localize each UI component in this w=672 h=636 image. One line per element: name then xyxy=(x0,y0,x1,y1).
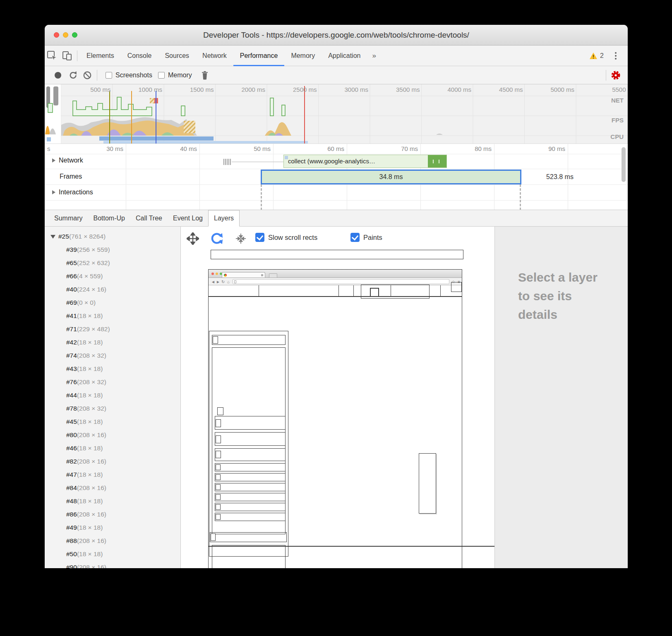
close-window-button[interactable] xyxy=(54,32,59,38)
layer-outline-scroll-thumb[interactable] xyxy=(419,453,436,514)
layer-tree-item[interactable]: #82(208 × 16) xyxy=(45,455,180,468)
inspect-element-button[interactable] xyxy=(45,45,60,66)
layer-tree-item[interactable]: #74(208 × 32) xyxy=(45,349,180,362)
panel-tab[interactable]: Sources xyxy=(158,45,196,66)
more-tabs-chevron[interactable]: » xyxy=(367,45,381,66)
layer-tree-item[interactable]: #39(256 × 559) xyxy=(45,243,180,256)
layer-outline-row[interactable] xyxy=(210,532,287,542)
timeline-overview[interactable]: 500 ms1000 ms1500 ms2000 ms2500 ms3000 m… xyxy=(45,84,628,144)
layer-outline-row[interactable] xyxy=(215,493,286,501)
layer-outline-footer[interactable] xyxy=(212,545,286,568)
layer-outline-row[interactable] xyxy=(215,483,286,491)
layer-tree-item[interactable]: #25(761 × 8264) xyxy=(45,230,180,243)
network-request-bar[interactable]: collect (www.google-analytics… xyxy=(283,155,447,168)
minimize-window-button[interactable] xyxy=(63,32,68,38)
panel-tab[interactable]: Network xyxy=(196,45,233,66)
layer-tree-item[interactable]: #40(224 × 16) xyxy=(45,283,180,296)
layer-outline-row[interactable] xyxy=(215,416,286,430)
layer-outline-strip[interactable] xyxy=(211,250,463,259)
flame-chart[interactable]: s 30 ms40 ms50 ms60 ms70 ms80 ms90 ms Ne… xyxy=(45,144,628,210)
drawer-tab[interactable]: Summary xyxy=(49,210,88,226)
drawer-tab[interactable]: Call Tree xyxy=(130,210,168,226)
resource-type-icon xyxy=(285,156,288,159)
layer-tree-item[interactable]: #76(208 × 32) xyxy=(45,375,180,389)
rotate-mode-button[interactable] xyxy=(210,232,224,246)
layer-tree-item[interactable]: #66(4 × 559) xyxy=(45,270,180,283)
performance-toolbar: Screenshots Memory xyxy=(45,66,628,84)
mini-traffic-lights-icon xyxy=(211,273,222,275)
mini-doc-icon xyxy=(234,280,236,283)
layer-outline-row[interactable] xyxy=(215,473,286,481)
layer-tree-item[interactable]: #48(18 × 18) xyxy=(45,495,180,508)
console-warning-badge[interactable]: 2 xyxy=(589,45,604,66)
panel-tab[interactable]: Memory xyxy=(284,45,322,66)
garbage-collect-button[interactable] xyxy=(198,71,212,80)
frame-start-guide xyxy=(261,184,262,210)
reload-and-profile-button[interactable] xyxy=(66,71,80,80)
zoom-window-button[interactable] xyxy=(72,32,77,38)
layer-tree-item[interactable]: #42(18 × 18) xyxy=(45,336,180,349)
overview-ruler-label: 1000 ms xyxy=(113,86,164,93)
toolbar-divider xyxy=(606,70,606,81)
layer-tree-item[interactable]: #50(18 × 18) xyxy=(45,548,180,561)
drawer-tab[interactable]: Layers xyxy=(208,210,240,227)
layer-tree-item[interactable]: #88(208 × 16) xyxy=(45,534,180,548)
layer-tree-item[interactable]: #86(208 × 16) xyxy=(45,508,180,521)
layer-outline-row[interactable] xyxy=(215,503,286,511)
record-button[interactable] xyxy=(55,72,61,79)
flame-scrollbar-thumb[interactable] xyxy=(622,147,626,182)
layer-tree-item[interactable]: #80(208 × 16) xyxy=(45,428,180,442)
selected-frame-bar[interactable]: 34.8 ms xyxy=(261,170,521,184)
layer-tree-item[interactable]: #44(18 × 18) xyxy=(45,389,180,402)
reset-view-button[interactable] xyxy=(235,233,246,244)
overview-track-label: CPU xyxy=(610,133,624,140)
memory-checkbox[interactable] xyxy=(158,72,165,79)
layer-tree-item[interactable]: #47(18 × 18) xyxy=(45,468,180,481)
layer-outline-row[interactable] xyxy=(215,463,286,471)
overview-ruler-label: 3000 ms xyxy=(319,86,370,93)
capture-settings-button[interactable] xyxy=(609,69,623,81)
layer-outline-row[interactable] xyxy=(212,335,286,345)
layer-tree-item[interactable]: #41(18 × 18) xyxy=(45,309,180,323)
layer-details-pane: Select a layer to see its details xyxy=(494,227,628,568)
layer-tree-item[interactable]: #46(18 × 18) xyxy=(45,442,180,455)
paints-checkbox[interactable] xyxy=(350,233,360,242)
slow-scroll-rects-checkbox[interactable] xyxy=(255,233,264,242)
layers-3d-view[interactable]: Slow scroll rects Paints ◄ ► ↻ ⌂ xyxy=(181,227,494,568)
collapse-layer-icon[interactable] xyxy=(50,235,55,239)
layer-tree-item[interactable]: #45(18 × 18) xyxy=(45,415,180,428)
device-toolbar-button[interactable] xyxy=(60,45,74,66)
overview-ruler-label: 4000 ms xyxy=(422,86,473,93)
layer-tree-item[interactable]: #69(0 × 0) xyxy=(45,296,180,309)
layer-outline-row[interactable] xyxy=(215,513,286,521)
paints-control[interactable]: Paints xyxy=(350,233,382,242)
layer-outline-swatch xyxy=(211,533,216,541)
devtools-menu-button[interactable] xyxy=(610,45,622,66)
overview-ruler-label: 1500 ms xyxy=(164,86,216,93)
layer-tree-item[interactable]: #49(18 × 18) xyxy=(45,521,180,534)
layer-tree-item[interactable]: #84(208 × 16) xyxy=(45,481,180,495)
layer-outline-row[interactable] xyxy=(215,448,286,461)
pan-mode-button[interactable] xyxy=(187,232,199,245)
drawer-tab[interactable]: Bottom-Up xyxy=(88,210,130,226)
drawer-tab[interactable]: Event Log xyxy=(168,210,208,226)
network-request-label: collect (www.google-analytics… xyxy=(288,158,375,165)
layer-tree-item[interactable]: #71(229 × 482) xyxy=(45,323,180,336)
layer-tree-item[interactable]: #43(18 × 18) xyxy=(45,362,180,375)
layer-tree-item[interactable]: #65(252 × 632) xyxy=(45,256,180,270)
panel-tab[interactable]: Elements xyxy=(80,45,121,66)
layer-tree-item[interactable]: #78(208 × 32) xyxy=(45,402,180,415)
panel-tab[interactable]: Performance xyxy=(233,45,285,66)
network-row-header[interactable]: Network xyxy=(52,157,83,164)
screenshots-checkbox[interactable] xyxy=(106,72,112,79)
panel-tab[interactable]: Application xyxy=(322,45,367,66)
next-frame-duration[interactable]: 523.8 ms xyxy=(525,170,595,184)
slow-scroll-rects-control[interactable]: Slow scroll rects xyxy=(255,233,317,242)
layer-tree-item[interactable]: #90(208 × 16) xyxy=(45,561,180,568)
mini-page-header-band xyxy=(209,285,462,297)
interactions-row-header[interactable]: Interactions xyxy=(52,189,93,196)
mini-url-field xyxy=(233,279,449,284)
clear-recordings-button[interactable] xyxy=(80,71,94,80)
layer-outline-row[interactable] xyxy=(215,432,286,446)
panel-tab[interactable]: Console xyxy=(121,45,158,66)
